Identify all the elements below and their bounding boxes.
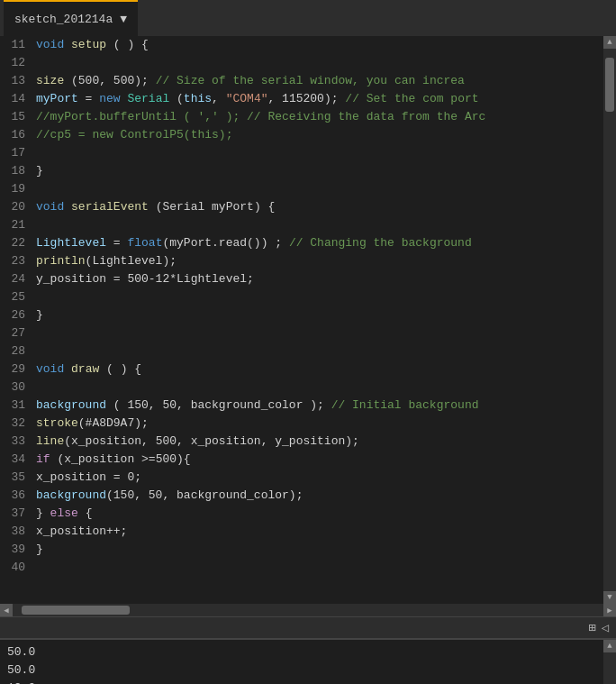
code-line: background(150, 50, background_color); bbox=[36, 487, 603, 505]
code-area: 1112131415161718192021222324252627282930… bbox=[0, 36, 603, 604]
line-number: 12 bbox=[0, 54, 25, 72]
line-number: 31 bbox=[0, 397, 25, 415]
scroll-thumb-v[interactable] bbox=[605, 58, 614, 112]
tab-dropdown-icon[interactable]: ▼ bbox=[120, 13, 127, 26]
line-number: 16 bbox=[0, 126, 25, 144]
line-number: 34 bbox=[0, 451, 25, 469]
line-number: 26 bbox=[0, 306, 25, 324]
code-line: line(x_position, 500, x_position, y_posi… bbox=[36, 433, 603, 451]
line-number: 14 bbox=[0, 90, 25, 108]
tab-bar: sketch_201214a ▼ bbox=[0, 0, 616, 36]
code-line: y_position = 500-12*Lightlevel; bbox=[36, 270, 603, 288]
line-number: 17 bbox=[0, 144, 25, 162]
code-line: } bbox=[36, 162, 603, 180]
editor-container: 1112131415161718192021222324252627282930… bbox=[0, 36, 616, 604]
code-line: //cp5 = new ControlP5(this); bbox=[36, 126, 603, 144]
scroll-left-button[interactable]: ◀ bbox=[0, 604, 13, 616]
line-number: 27 bbox=[0, 324, 25, 342]
scroll-thumb-h[interactable] bbox=[22, 606, 130, 615]
serial-line: 50.0 bbox=[7, 643, 596, 661]
line-number: 11 bbox=[0, 36, 25, 54]
line-number: 22 bbox=[0, 234, 25, 252]
line-number: 38 bbox=[0, 523, 25, 541]
line-number: 23 bbox=[0, 252, 25, 270]
scroll-track-v[interactable] bbox=[603, 49, 616, 591]
line-numbers: 1112131415161718192021222324252627282930… bbox=[0, 36, 32, 604]
code-content[interactable]: void setup ( ) {size (500, 500); // Size… bbox=[32, 36, 603, 604]
line-number: 37 bbox=[0, 505, 25, 523]
line-number: 15 bbox=[0, 108, 25, 126]
code-line: } bbox=[36, 541, 603, 559]
serial-scrollbar: ▲ ▼ bbox=[603, 640, 616, 684]
code-line: //myPort.bufferUntil ( ',' ); // Receivi… bbox=[36, 108, 603, 126]
line-number: 25 bbox=[0, 288, 25, 306]
code-line: void setup ( ) { bbox=[36, 36, 603, 54]
tab-label: sketch_201214a bbox=[14, 13, 113, 26]
tab-sketch[interactable]: sketch_201214a ▼ bbox=[4, 0, 138, 36]
code-line: void serialEvent (Serial myPort) { bbox=[36, 198, 603, 216]
code-line: size (500, 500); // Size of the serial w… bbox=[36, 72, 603, 90]
code-line: if (x_position >=500){ bbox=[36, 451, 603, 469]
serial-output: 50.050.013.0 bbox=[0, 640, 603, 684]
line-number: 24 bbox=[0, 270, 25, 288]
code-line bbox=[36, 180, 603, 198]
code-line: Lightlevel = float(myPort.read()) ; // C… bbox=[36, 234, 603, 252]
grid-icon[interactable]: ⊞ bbox=[588, 620, 595, 635]
line-number: 40 bbox=[0, 559, 25, 577]
code-line: stroke(#A8D9A7); bbox=[36, 415, 603, 433]
play-icon[interactable]: ◁ bbox=[602, 620, 609, 635]
serial-line: 13.0 bbox=[7, 679, 596, 684]
code-line bbox=[36, 54, 603, 72]
code-line bbox=[36, 378, 603, 397]
code-line bbox=[36, 144, 603, 162]
code-line: x_position++; bbox=[36, 523, 603, 541]
line-number: 20 bbox=[0, 198, 25, 216]
code-line: myPort = new Serial (this, "COM4", 11520… bbox=[36, 90, 603, 108]
scroll-up-button[interactable]: ▲ bbox=[603, 36, 616, 49]
serial-scroll-track[interactable] bbox=[603, 652, 616, 684]
serial-scroll-up[interactable]: ▲ bbox=[603, 640, 616, 652]
scroll-right-button[interactable]: ▶ bbox=[603, 604, 616, 616]
code-line: println(Lightlevel); bbox=[36, 252, 603, 270]
line-number: 39 bbox=[0, 541, 25, 559]
line-number: 28 bbox=[0, 342, 25, 360]
scroll-down-button[interactable]: ▼ bbox=[603, 591, 616, 604]
line-number: 19 bbox=[0, 180, 25, 198]
line-number: 29 bbox=[0, 360, 25, 378]
code-line bbox=[36, 559, 603, 577]
horizontal-scrollbar: ◀ ▶ bbox=[0, 604, 616, 616]
code-line: } bbox=[36, 306, 603, 324]
line-number: 35 bbox=[0, 469, 25, 487]
code-line bbox=[36, 342, 603, 360]
code-line bbox=[36, 216, 603, 234]
line-number: 33 bbox=[0, 433, 25, 451]
code-line: x_position = 0; bbox=[36, 469, 603, 487]
vertical-scrollbar: ▲ ▼ bbox=[603, 36, 616, 604]
line-number: 13 bbox=[0, 72, 25, 90]
code-line bbox=[36, 324, 603, 342]
status-bar: ⊞ ◁ bbox=[0, 616, 616, 638]
code-line: void draw ( ) { bbox=[36, 360, 603, 378]
line-number: 32 bbox=[0, 415, 25, 433]
code-line bbox=[36, 288, 603, 306]
serial-monitor: 50.050.013.0 ▲ ▼ bbox=[0, 638, 616, 684]
line-number: 36 bbox=[0, 487, 25, 505]
code-line: background ( 150, 50, background_color )… bbox=[36, 397, 603, 415]
serial-line: 50.0 bbox=[7, 661, 596, 679]
line-number: 21 bbox=[0, 216, 25, 234]
scroll-track-h[interactable] bbox=[13, 604, 603, 616]
line-number: 18 bbox=[0, 162, 25, 180]
code-line: } else { bbox=[36, 505, 603, 523]
line-number: 30 bbox=[0, 378, 25, 397]
